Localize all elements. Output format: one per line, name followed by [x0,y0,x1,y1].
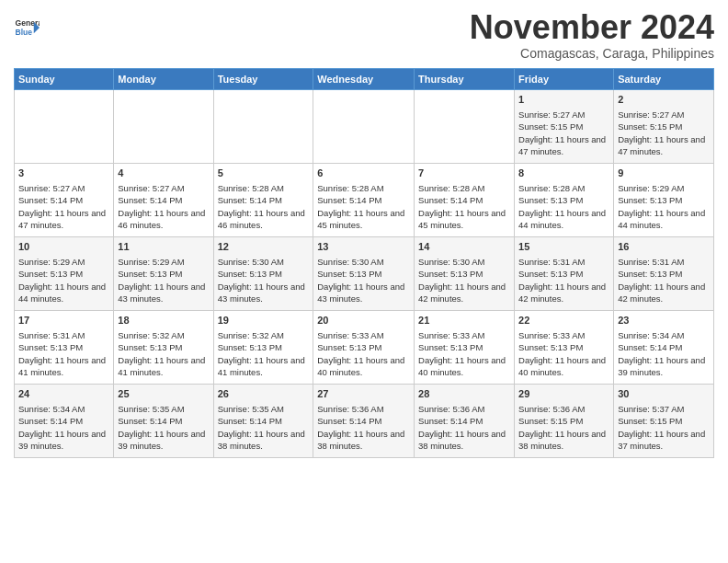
day-info-line: Sunset: 5:13 PM [218,341,310,353]
day-number: 12 [218,240,310,254]
day-number: 14 [418,240,510,254]
day-number: 21 [418,314,510,327]
day-info-line: Daylight: 11 hours and 42 minutes. [618,281,710,305]
day-info-line: Sunrise: 5:28 AM [418,182,510,194]
calendar-cell: 24Sunrise: 5:34 AMSunset: 5:14 PMDayligh… [15,384,114,457]
day-info-line: Sunrise: 5:36 AM [418,403,510,415]
day-info-line: Daylight: 11 hours and 45 minutes. [418,207,510,232]
day-number: 20 [317,314,410,327]
day-number: 27 [317,387,410,401]
day-info-line: Sunrise: 5:30 AM [317,256,410,268]
day-info-line: Sunrise: 5:32 AM [118,329,209,341]
day-info-line: Daylight: 11 hours and 39 minutes. [18,428,109,453]
calendar-cell [313,89,415,163]
day-number: 15 [518,240,609,254]
day-info-line: Sunset: 5:15 PM [518,121,609,132]
calendar-cell: 19Sunrise: 5:32 AMSunset: 5:13 PMDayligh… [213,310,313,384]
day-number: 19 [218,314,310,327]
calendar-cell: 30Sunrise: 5:37 AMSunset: 5:15 PMDayligh… [614,384,714,457]
day-number: 25 [118,387,209,401]
day-info-line: Sunset: 5:13 PM [18,268,109,280]
logo: General Blue [14,15,40,40]
day-number: 16 [618,240,710,254]
month-title: November 2024 [470,9,714,46]
svg-text:Blue: Blue [16,28,33,37]
day-info-line: Daylight: 11 hours and 43 minutes. [317,281,410,305]
day-info-line: Sunset: 5:13 PM [118,341,209,353]
day-info-line: Daylight: 11 hours and 37 minutes. [618,428,710,453]
day-info-line: Sunrise: 5:35 AM [118,403,209,415]
day-number: 2 [618,93,710,107]
day-number: 18 [118,314,209,327]
day-info-line: Daylight: 11 hours and 40 minutes. [518,354,609,379]
day-info-line: Sunset: 5:13 PM [418,268,510,280]
day-info-line: Daylight: 11 hours and 38 minutes. [418,428,510,453]
calendar-cell: 3Sunrise: 5:27 AMSunset: 5:14 PMDaylight… [15,163,114,236]
day-info-line: Daylight: 11 hours and 44 minutes. [518,207,609,232]
day-info-line: Daylight: 11 hours and 47 minutes. [518,133,609,158]
calendar-cell: 17Sunrise: 5:31 AMSunset: 5:13 PMDayligh… [15,310,114,384]
day-number: 24 [18,387,109,401]
day-info-line: Sunset: 5:14 PM [218,415,310,427]
calendar-week: 3Sunrise: 5:27 AMSunset: 5:14 PMDaylight… [15,163,714,236]
day-info-line: Sunrise: 5:33 AM [518,329,609,341]
day-info-line: Sunrise: 5:28 AM [518,182,609,194]
day-info-line: Sunset: 5:14 PM [118,415,209,427]
day-header: Wednesday [313,68,415,89]
day-info-line: Sunset: 5:15 PM [618,415,710,427]
day-info-line: Sunrise: 5:29 AM [118,256,209,268]
day-info-line: Sunrise: 5:37 AM [618,403,710,415]
day-info-line: Sunrise: 5:27 AM [618,109,710,121]
calendar-cell: 2Sunrise: 5:27 AMSunset: 5:15 PMDaylight… [614,89,714,163]
day-number: 11 [118,240,209,254]
day-info-line: Daylight: 11 hours and 38 minutes. [317,428,410,453]
day-info-line: Sunset: 5:13 PM [18,341,109,353]
calendar-cell: 6Sunrise: 5:28 AMSunset: 5:14 PMDaylight… [313,163,415,236]
calendar-cell: 27Sunrise: 5:36 AMSunset: 5:14 PMDayligh… [313,384,415,457]
day-number: 10 [18,240,109,254]
day-info-line: Sunrise: 5:27 AM [518,109,609,121]
day-info-line: Sunrise: 5:27 AM [18,182,109,194]
day-info-line: Daylight: 11 hours and 40 minutes. [418,354,510,379]
header-row: SundayMondayTuesdayWednesdayThursdayFrid… [15,68,714,89]
day-header: Thursday [415,68,515,89]
day-info-line: Sunrise: 5:36 AM [317,403,410,415]
day-info-line: Sunrise: 5:28 AM [317,182,410,194]
day-number: 4 [118,167,209,180]
day-info-line: Daylight: 11 hours and 43 minutes. [218,281,310,305]
calendar-cell: 18Sunrise: 5:32 AMSunset: 5:13 PMDayligh… [114,310,213,384]
day-number: 29 [518,387,609,401]
location: Comagascas, Caraga, Philippines [470,46,714,61]
day-header: Monday [114,68,213,89]
calendar-cell: 16Sunrise: 5:31 AMSunset: 5:13 PMDayligh… [614,236,714,310]
calendar-cell: 9Sunrise: 5:29 AMSunset: 5:13 PMDaylight… [614,163,714,236]
day-info-line: Daylight: 11 hours and 41 minutes. [18,354,109,379]
day-header: Saturday [614,68,714,89]
day-info-line: Sunset: 5:13 PM [218,268,310,280]
day-info-line: Daylight: 11 hours and 46 minutes. [118,207,209,232]
day-info-line: Daylight: 11 hours and 44 minutes. [618,207,710,232]
day-info-line: Sunrise: 5:34 AM [18,403,109,415]
calendar-week: 10Sunrise: 5:29 AMSunset: 5:13 PMDayligh… [15,236,714,310]
day-info-line: Sunset: 5:14 PM [418,194,510,206]
day-number: 23 [618,314,710,327]
day-info-line: Sunrise: 5:35 AM [218,403,310,415]
calendar-week: 1Sunrise: 5:27 AMSunset: 5:15 PMDaylight… [15,89,714,163]
day-info-line: Sunrise: 5:34 AM [618,329,710,341]
day-info-line: Sunset: 5:13 PM [518,194,609,206]
day-info-line: Sunset: 5:13 PM [317,268,410,280]
day-info-line: Sunrise: 5:30 AM [418,256,510,268]
calendar-cell: 23Sunrise: 5:34 AMSunset: 5:14 PMDayligh… [614,310,714,384]
calendar-cell: 21Sunrise: 5:33 AMSunset: 5:13 PMDayligh… [415,310,515,384]
day-number: 6 [317,167,410,180]
calendar-cell: 13Sunrise: 5:30 AMSunset: 5:13 PMDayligh… [313,236,415,310]
day-number: 3 [18,167,109,180]
calendar-cell: 29Sunrise: 5:36 AMSunset: 5:15 PMDayligh… [515,384,614,457]
day-info-line: Sunset: 5:14 PM [118,194,209,206]
day-info-line: Sunset: 5:14 PM [418,415,510,427]
day-info-line: Sunrise: 5:28 AM [218,182,310,194]
calendar-week: 24Sunrise: 5:34 AMSunset: 5:14 PMDayligh… [15,384,714,457]
day-info-line: Daylight: 11 hours and 42 minutes. [418,281,510,305]
day-info-line: Sunset: 5:14 PM [317,415,410,427]
day-info-line: Sunrise: 5:32 AM [218,329,310,341]
